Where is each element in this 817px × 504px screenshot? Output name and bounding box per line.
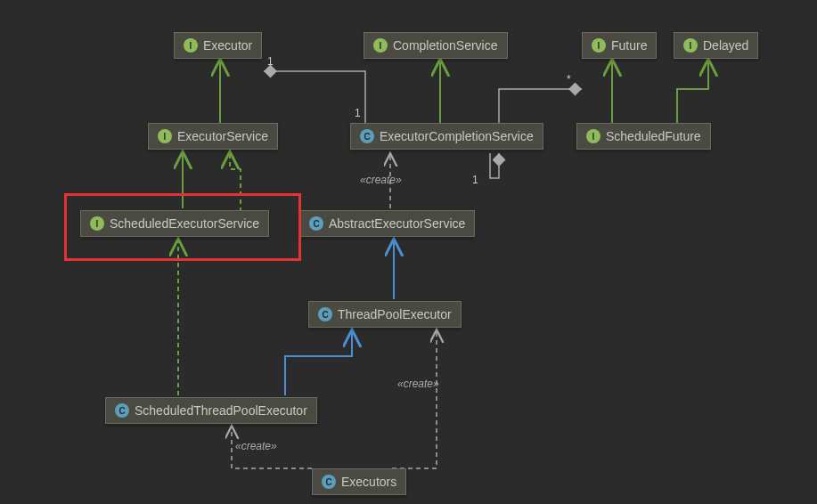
node-label: ThreadPoolExecutor — [338, 307, 452, 321]
node-scheduled-executor-service: I ScheduledExecutorService — [80, 210, 269, 237]
multiplicity-1: 1 — [355, 107, 361, 119]
create-label: «create» — [360, 174, 402, 186]
node-label: AbstractExecutorService — [329, 216, 465, 231]
node-label: ExecutorCompletionService — [380, 129, 534, 143]
node-label: CompletionService — [393, 38, 498, 53]
node-future: I Future — [582, 32, 657, 59]
interface-icon: I — [184, 38, 198, 53]
create-label: «create» — [235, 440, 277, 452]
node-executor: I Executor — [174, 32, 262, 59]
multiplicity-star: * — [567, 73, 571, 85]
diagram-connections — [0, 0, 817, 504]
node-label: Executor — [203, 38, 252, 53]
node-executor-service: I ExecutorService — [148, 123, 278, 150]
interface-icon: I — [373, 38, 388, 53]
interface-icon: I — [158, 129, 172, 143]
node-label: Delayed — [703, 38, 748, 53]
node-label: ScheduledFuture — [606, 129, 701, 143]
create-label: «create» — [397, 378, 439, 390]
class-icon: C — [360, 129, 374, 143]
multiplicity-1: 1 — [472, 174, 478, 186]
node-executor-completion-service: C ExecutorCompletionService — [350, 123, 543, 150]
interface-icon: I — [586, 129, 600, 143]
class-icon: C — [322, 475, 336, 489]
node-label: ScheduledExecutorService — [110, 216, 259, 231]
interface-icon: I — [90, 216, 104, 231]
node-thread-pool-executor: C ThreadPoolExecutor — [308, 301, 462, 328]
interface-icon: I — [683, 38, 698, 53]
node-label: ExecutorService — [177, 129, 268, 143]
abstract-class-icon: C — [309, 216, 323, 231]
class-icon: C — [318, 307, 332, 321]
node-completion-service: I CompletionService — [364, 32, 508, 59]
node-label: Executors — [341, 475, 396, 489]
node-label: ScheduledThreadPoolExecutor — [135, 403, 307, 418]
node-abstract-executor-service: C AbstractExecutorService — [299, 210, 475, 237]
class-icon: C — [115, 403, 129, 418]
node-label: Future — [611, 38, 647, 53]
node-delayed: I Delayed — [674, 32, 758, 59]
node-scheduled-future: I ScheduledFuture — [576, 123, 711, 150]
interface-icon: I — [592, 38, 606, 53]
node-executors: C Executors — [312, 468, 406, 495]
multiplicity-1: 1 — [267, 55, 274, 68]
node-scheduled-thread-pool-executor: C ScheduledThreadPoolExecutor — [105, 397, 317, 424]
